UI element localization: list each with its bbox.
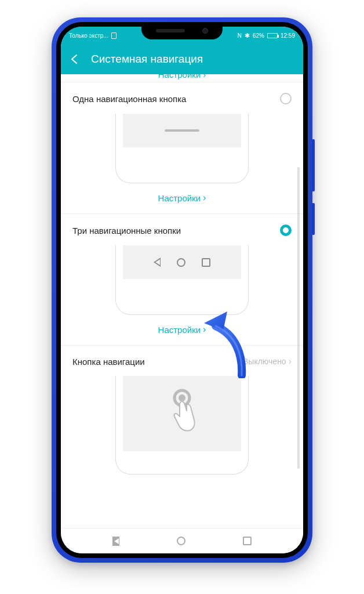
battery-icon [267,33,278,38]
gesture-pill-icon [165,129,199,132]
chevron-right-icon: › [203,193,206,203]
scrollbar[interactable] [297,167,300,469]
app-header: Системная навигация [61,44,303,74]
radio-single-button[interactable] [280,93,292,104]
page-title: Системная навигация [91,53,203,66]
settings-link-label: Настройки [158,325,201,335]
option-title: Три навигационные кнопки [72,226,181,236]
content-area: Настройки › Одна навигационная кнопка [61,74,303,528]
system-back-button[interactable] [112,537,119,546]
option-title: Кнопка навигации [72,357,145,367]
option-single-button: Одна навигационная кнопка Настройки › [61,82,303,214]
option-title: Одна навигационная кнопка [72,94,186,104]
chevron-right-icon: › [203,324,206,335]
nav-home-icon [177,258,185,267]
radio-three-buttons[interactable] [280,224,292,236]
clock: 12:59 [281,32,295,39]
preview-nav-button [115,376,249,475]
back-button[interactable] [69,53,81,65]
system-nav-bar [61,528,303,553]
settings-link-label: Настройки [158,193,201,203]
settings-link-label: Настройки [158,74,201,79]
preview-single-button [115,114,249,183]
svg-point-1 [179,394,185,401]
nav-recent-icon [202,258,210,267]
power-button [312,203,315,235]
system-recent-button[interactable] [243,537,252,545]
status-label: Выключено [243,357,286,366]
nfc-icon: N [238,32,242,39]
settings-link-partial[interactable]: Настройки › [61,74,303,82]
bluetooth-icon: ✱ [245,32,250,39]
phone-frame: Только экстр... N ✱ 62% 12:59 Системная … [52,17,312,563]
touch-hand-icon [162,387,202,440]
settings-link-single[interactable]: Настройки › [72,183,292,203]
carrier-label: Только экстр... [69,32,108,39]
preview-three-buttons [115,245,249,315]
option-nav-button: Кнопка навигации Выключено › [61,346,303,485]
sim-icon [111,32,117,39]
chevron-right-icon: › [289,356,292,367]
option-status[interactable]: Выключено › [243,356,292,367]
settings-link-three[interactable]: Настройки › [72,315,292,335]
option-three-buttons: Три навигационные кнопки Настройки › [61,214,303,346]
nav-back-icon [154,258,161,267]
battery-percent: 62% [253,32,264,39]
phone-notch [141,22,223,39]
volume-button [312,139,315,191]
system-home-button[interactable] [177,537,185,545]
chevron-right-icon: › [203,74,206,79]
